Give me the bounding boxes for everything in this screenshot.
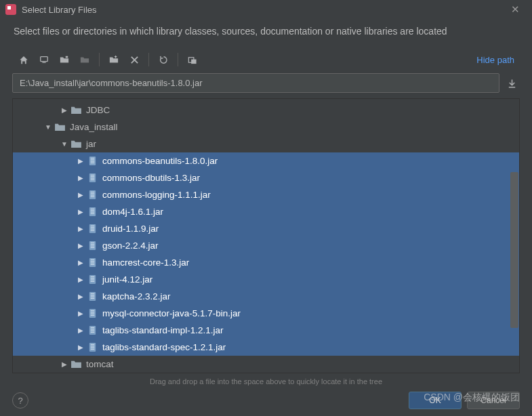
refresh-icon[interactable] (153, 50, 173, 69)
tree-folder[interactable]: ▶JDBC (13, 102, 519, 119)
folder-icon (54, 123, 66, 131)
tree-item-label: hamcrest-core-1.3.jar (102, 257, 189, 268)
jar-icon (86, 207, 98, 217)
chevron-right-icon[interactable]: ▶ (75, 208, 86, 215)
help-button[interactable]: ? (12, 392, 28, 409)
svg-rect-49 (90, 295, 94, 295)
svg-rect-51 (90, 298, 94, 299)
tree-item-label: commons-beanutils-1.8.0.jar (102, 156, 218, 166)
chevron-right-icon[interactable]: ▶ (75, 242, 86, 249)
svg-rect-26 (90, 213, 94, 214)
chevron-down-icon[interactable]: ▼ (59, 140, 70, 148)
chevron-right-icon[interactable]: ▶ (75, 174, 86, 182)
chevron-right-icon[interactable]: ▶ (75, 293, 86, 300)
svg-rect-33 (90, 243, 94, 243)
chevron-right-icon[interactable]: ▶ (75, 157, 86, 165)
tree-jar-file[interactable]: ▶taglibs-standard-spec-1.2.1.jar (13, 339, 519, 356)
svg-rect-29 (90, 227, 94, 228)
tree-item-label: junit-4.12.jar (102, 274, 152, 285)
svg-rect-3 (42, 62, 45, 63)
svg-rect-46 (90, 281, 94, 282)
window-title: Select Library Files (22, 5, 504, 15)
hide-path-link[interactable]: Hide path (472, 52, 518, 68)
tree-jar-file[interactable]: ▶dom4j-1.6.1.jar (13, 203, 519, 220)
tree-jar-file[interactable]: ▶gson-2.2.4.jar (13, 237, 519, 254)
chevron-right-icon[interactable]: ▶ (75, 327, 86, 334)
tree-item-label: mysql-connector-java-5.1.7-bin.jar (102, 308, 241, 318)
file-tree[interactable]: ▶JDBC▼Java_install▼jar▶commons-beanutils… (12, 98, 520, 373)
svg-rect-6 (191, 59, 197, 64)
chevron-right-icon[interactable]: ▶ (59, 106, 70, 114)
svg-rect-11 (90, 163, 94, 163)
scrollbar-thumb[interactable] (510, 172, 518, 328)
chevron-right-icon[interactable]: ▶ (75, 344, 86, 351)
svg-rect-60 (90, 331, 94, 331)
delete-icon[interactable] (124, 50, 144, 69)
jar-icon (86, 173, 98, 183)
svg-rect-36 (90, 247, 94, 248)
path-input[interactable] (12, 73, 499, 93)
svg-rect-50 (90, 297, 94, 297)
chevron-right-icon[interactable]: ▶ (75, 259, 86, 266)
ok-button[interactable]: OK (409, 392, 462, 409)
svg-rect-61 (90, 332, 94, 333)
tree-jar-file[interactable]: ▶kaptcha-2.3.2.jar (13, 288, 519, 305)
toolbar: Hide path (0, 46, 532, 73)
subtitle-text: Select files or directories in which lib… (0, 19, 532, 46)
jar-icon (86, 190, 98, 200)
svg-rect-4 (66, 56, 68, 58)
svg-rect-21 (90, 196, 94, 197)
jar-icon (86, 241, 98, 251)
tree-jar-file[interactable]: ▶commons-beanutils-1.8.0.jar (13, 152, 519, 169)
tree-item-label: tomcat (86, 359, 114, 369)
tree-folder[interactable]: ▼Java_install (13, 119, 519, 136)
jar-icon (86, 156, 98, 166)
cancel-button[interactable]: Cancel (467, 392, 520, 409)
svg-rect-30 (90, 229, 94, 230)
tree-folder[interactable]: ▶tomcat (13, 356, 519, 373)
folder-icon (70, 106, 82, 115)
tree-jar-file[interactable]: ▶hamcrest-core-1.3.jar (13, 254, 519, 271)
tree-jar-file[interactable]: ▶commons-logging-1.1.1.jar (13, 186, 519, 203)
chevron-right-icon[interactable]: ▶ (75, 310, 86, 317)
tree-item-label: JDBC (86, 105, 110, 115)
close-icon[interactable]: ✕ (504, 3, 527, 16)
jar-icon (86, 342, 98, 352)
download-icon[interactable] (504, 74, 520, 93)
chevron-right-icon[interactable]: ▶ (75, 191, 86, 199)
show-hidden-icon[interactable] (182, 50, 203, 69)
tree-jar-file[interactable]: ▶mysql-connector-java-5.1.7-bin.jar (13, 305, 519, 322)
tree-jar-file[interactable]: ▶commons-dbutils-1.3.jar (13, 169, 519, 186)
svg-rect-8 (90, 158, 94, 159)
jar-icon (86, 274, 98, 285)
tree-jar-file[interactable]: ▶druid-1.1.9.jar (13, 220, 519, 237)
svg-rect-14 (90, 176, 94, 177)
toolbar-sep (178, 53, 178, 66)
desktop-icon[interactable] (34, 50, 54, 69)
project-icon[interactable] (54, 50, 75, 69)
svg-rect-35 (90, 246, 94, 247)
tree-item-label: Java_install (70, 122, 118, 132)
chevron-down-icon[interactable]: ▼ (43, 123, 54, 131)
home-icon[interactable] (14, 50, 34, 69)
svg-rect-15 (90, 178, 94, 179)
tree-item-label: kaptcha-2.3.2.jar (102, 291, 171, 301)
chevron-right-icon[interactable]: ▶ (75, 276, 86, 283)
svg-rect-1 (7, 6, 11, 9)
jar-icon (86, 224, 98, 234)
jar-icon (86, 291, 98, 301)
svg-rect-28 (90, 226, 94, 226)
new-folder-icon[interactable] (104, 50, 124, 69)
svg-rect-18 (90, 192, 94, 192)
chevron-right-icon[interactable]: ▶ (59, 360, 70, 368)
tree-folder[interactable]: ▼jar (13, 136, 519, 152)
tree-jar-file[interactable]: ▶junit-4.12.jar (13, 271, 519, 288)
tree-jar-file[interactable]: ▶taglibs-standard-impl-1.2.1.jar (13, 322, 519, 339)
chevron-right-icon[interactable]: ▶ (75, 225, 86, 232)
svg-rect-53 (90, 310, 94, 311)
tree-item-label: dom4j-1.6.1.jar (102, 207, 163, 217)
svg-rect-34 (90, 244, 94, 245)
svg-rect-9 (90, 159, 94, 160)
footer: ? OK Cancel (0, 386, 532, 416)
scrollbar[interactable] (510, 99, 519, 373)
